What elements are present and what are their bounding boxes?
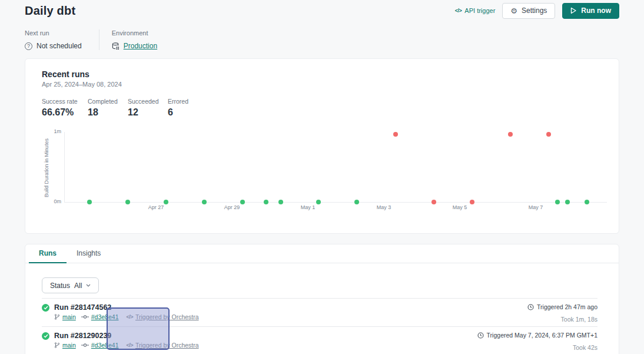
x-axis-tick-label: May 7 [529, 204, 543, 210]
run-data-point[interactable] [316, 200, 321, 204]
question-circle-icon: ? [25, 42, 32, 50]
job-meta: Next run ? Not scheduled Environment Pro… [0, 29, 644, 50]
branch-link[interactable]: main [62, 342, 76, 349]
stat-succeeded: Succeeded 12 [128, 98, 168, 118]
environment-block: Environment Production [112, 29, 157, 50]
recent-runs-card: Recent runs Apr 25, 2024–May 08, 2024 Su… [25, 58, 619, 234]
recent-runs-title: Recent runs [42, 70, 602, 79]
clock-icon [527, 304, 534, 310]
next-run-label: Next run [25, 29, 82, 37]
environment-link[interactable]: Production [124, 42, 157, 50]
environment-value: Production [112, 42, 157, 50]
chart-plot: Build Duration in Minutes 1m 0m Apr 27Ap… [42, 127, 602, 216]
status-filter-label: Status [50, 282, 70, 290]
run-data-point[interactable] [240, 200, 245, 204]
database-icon [112, 42, 119, 50]
run-data-point[interactable] [87, 200, 92, 204]
tab-runs[interactable]: Runs [29, 244, 67, 263]
run-data-point[interactable] [393, 132, 398, 137]
x-axis-tick-label: Apr 29 [224, 204, 240, 210]
gear-icon: ⚙ [510, 7, 517, 15]
run-data-point[interactable] [125, 200, 130, 204]
run-data-point[interactable] [555, 200, 560, 204]
y-tick-0m: 0m [42, 198, 61, 204]
stat-errored: Errored 6 [168, 98, 208, 118]
x-axis-tick-label: May 5 [453, 204, 467, 210]
stat-success-rate: Success rate 66.67% [42, 98, 88, 118]
run-title[interactable]: Run #281290239 [54, 332, 111, 340]
commit-icon [81, 342, 89, 348]
page-title: Daily dbt [25, 4, 75, 18]
git-branch-icon [54, 313, 60, 320]
settings-label: Settings [522, 6, 547, 15]
run-data-point[interactable] [565, 200, 570, 204]
header: Daily dbt </> API trigger ⚙ Settings Run… [0, 0, 644, 19]
run-title[interactable]: Run #281474562 [54, 303, 111, 312]
date-range: Apr 25, 2024–May 08, 2024 [42, 81, 602, 88]
x-axis-tick-label: May 1 [301, 204, 316, 210]
run-duration: Took 1m, 18s [527, 316, 597, 323]
run-data-point[interactable] [278, 200, 283, 204]
vertical-divider [99, 29, 99, 50]
run-data-point[interactable] [202, 200, 207, 204]
y-axis-line [64, 132, 65, 202]
stat-completed: Completed 18 [88, 98, 128, 118]
api-trigger-label: API trigger [464, 7, 495, 14]
x-axis-tick-label: May 3 [377, 204, 391, 210]
git-branch-icon [54, 342, 60, 349]
x-axis-tick-label: Apr 27 [148, 204, 164, 210]
job-page: Daily dbt </> API trigger ⚙ Settings Run… [0, 0, 644, 354]
run-now-button[interactable]: Run now [562, 3, 619, 19]
run-data-point[interactable] [508, 132, 513, 137]
header-actions: </> API trigger ⚙ Settings Run now [455, 3, 619, 19]
chevron-down-icon [86, 284, 91, 287]
run-data-point[interactable] [264, 200, 268, 204]
play-icon [570, 7, 577, 14]
run-duration: Took 42s [477, 344, 597, 351]
tab-insights[interactable]: Insights [67, 244, 111, 263]
next-run-text: Not scheduled [36, 42, 82, 50]
triggered-time: Triggered May 7, 2024, 6:37 PM GMT+1 [487, 332, 597, 339]
run-data-point[interactable] [164, 200, 168, 204]
run-data-point[interactable] [585, 200, 589, 204]
annotation-highlight-box [107, 307, 170, 350]
tab-bar: Runs Insights [25, 244, 619, 263]
success-check-icon [42, 332, 49, 340]
run-now-label: Run now [581, 6, 611, 15]
branch-link[interactable]: main [62, 313, 76, 320]
run-data-point[interactable] [470, 200, 474, 204]
stats-row: Success rate 66.67% Completed 18 Succeed… [42, 98, 602, 118]
success-check-icon [42, 304, 49, 312]
api-trigger-link[interactable]: </> API trigger [455, 7, 495, 14]
run-right: Triggered 2h 47m ago Took 1m, 18s [527, 303, 597, 323]
environment-label: Environment [112, 29, 157, 37]
run-data-point[interactable] [354, 200, 359, 204]
triggered-time: Triggered 2h 47m ago [537, 303, 597, 310]
x-axis-line [64, 202, 607, 203]
next-run-block: Next run ? Not scheduled [25, 29, 82, 50]
commit-icon [81, 314, 89, 320]
status-filter-value: All [74, 282, 82, 290]
run-right: Triggered May 7, 2024, 6:37 PM GMT+1 Too… [477, 332, 597, 351]
settings-button[interactable]: ⚙ Settings [502, 3, 555, 19]
y-tick-1m: 1m [42, 128, 61, 134]
y-axis-label: Build Duration in Minutes [44, 135, 49, 200]
next-run-value: ? Not scheduled [25, 42, 82, 50]
code-icon: </> [455, 8, 462, 14]
status-filter-dropdown[interactable]: Status All [42, 277, 99, 293]
clock-icon [477, 332, 484, 339]
run-data-point[interactable] [546, 132, 551, 137]
run-data-point[interactable] [431, 200, 436, 204]
